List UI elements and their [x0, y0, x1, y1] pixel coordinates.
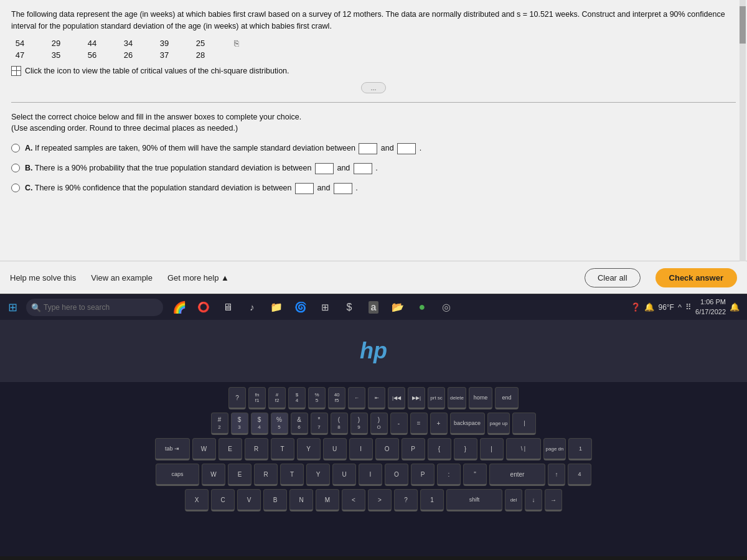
weather-display[interactable]: 96°F	[658, 303, 674, 312]
key-semicolon[interactable]: :	[437, 464, 461, 486]
key-f3[interactable]: $4	[288, 387, 306, 409]
key-del[interactable]: del	[505, 489, 522, 511]
key-j[interactable]: I	[359, 464, 382, 486]
key-9[interactable]: )9	[350, 413, 368, 435]
answer-box-a2[interactable]	[397, 143, 416, 154]
key-home[interactable]: home	[469, 387, 492, 409]
taskbar-app-monitor[interactable]: 🖥	[217, 296, 239, 319]
scrollbar-thumb[interactable]	[740, 6, 746, 44]
key-arrup[interactable]: ↑	[548, 464, 565, 486]
key-v[interactable]: N	[289, 489, 313, 511]
key-f[interactable]: T	[280, 464, 304, 486]
key-p[interactable]: {	[428, 438, 451, 460]
taskbar-app-edge[interactable]: 🌀	[289, 296, 312, 319]
answer-box-a1[interactable]	[359, 143, 377, 154]
key-period[interactable]: 1	[420, 489, 444, 511]
key-backslash[interactable]: \ |	[506, 438, 541, 460]
key-c[interactable]: B	[263, 489, 287, 511]
key-r2[interactable]: 1	[568, 438, 592, 460]
key-4[interactable]: $4	[251, 413, 268, 435]
key-a[interactable]: W	[202, 464, 225, 486]
scrollbar[interactable]	[740, 0, 746, 261]
key-f8[interactable]: |◀◀	[388, 387, 405, 409]
key-s[interactable]: E	[228, 464, 251, 486]
taskbar-app-circle[interactable]: ◎	[435, 296, 458, 319]
key-d[interactable]: R	[254, 464, 278, 486]
get-more-help-button[interactable]: Get more help ▲	[167, 273, 229, 282]
key-f5[interactable]: 40f5	[328, 387, 345, 409]
key-h[interactable]: U	[332, 464, 356, 486]
taskbar-app-green[interactable]: ●	[411, 296, 433, 319]
key-rbracket[interactable]: |	[480, 438, 504, 460]
chi-square-link-text[interactable]: Click the icon to view the table of crit…	[25, 67, 289, 75]
key-lbracket[interactable]: }	[454, 438, 477, 460]
key-esc[interactable]: ?	[228, 387, 246, 409]
radio-c[interactable]	[11, 184, 20, 192]
answer-box-c2[interactable]	[334, 183, 352, 194]
key-arrdn[interactable]: ↓	[525, 489, 542, 511]
key-end[interactable]: end	[495, 387, 519, 409]
key-t[interactable]: Y	[297, 438, 321, 460]
key-m[interactable]: >	[368, 489, 392, 511]
key-l[interactable]: P	[411, 464, 435, 486]
key-o[interactable]: P	[402, 438, 425, 460]
key-6[interactable]: &6	[291, 413, 308, 435]
key-tab[interactable]: tab ⇥	[155, 438, 190, 460]
key-backspace[interactable]: +	[430, 413, 448, 435]
radio-a[interactable]	[11, 144, 20, 152]
key-f6[interactable]: ←	[348, 387, 365, 409]
key-arrright[interactable]: →	[545, 489, 562, 511]
chevron-tray-icon[interactable]: ^	[678, 302, 682, 312]
check-answer-button[interactable]: Check answer	[655, 268, 737, 287]
notification-bell-icon[interactable]: 🔔	[730, 302, 740, 312]
radio-b[interactable]	[11, 164, 20, 172]
key-shift-l[interactable]: X	[185, 489, 209, 511]
key-q[interactable]: W	[192, 438, 216, 460]
view-example-button[interactable]: View an example	[91, 273, 153, 282]
key-quote[interactable]: "	[463, 464, 487, 486]
key-i[interactable]: O	[375, 438, 399, 460]
key-k[interactable]: O	[385, 464, 408, 486]
taskbar-app-a[interactable]: a	[362, 296, 385, 319]
key-plus[interactable]: =	[410, 413, 428, 435]
key-8[interactable]: (8	[331, 413, 348, 435]
key-f7[interactable]: ⇤	[368, 387, 385, 409]
answer-box-b2[interactable]	[354, 163, 372, 174]
key-w[interactable]: E	[218, 438, 242, 460]
question-tray-icon[interactable]: ❓	[631, 302, 641, 312]
taskbar-app-folder[interactable]: 📁	[265, 296, 288, 319]
key-5[interactable]: %5	[271, 413, 288, 435]
search-input[interactable]	[26, 299, 163, 316]
key-bs[interactable]: backspace	[450, 413, 485, 435]
key-caps[interactable]: caps	[156, 464, 199, 486]
key-f2[interactable]: #f2	[268, 387, 286, 409]
key-u[interactable]: I	[349, 438, 373, 460]
answer-box-c1[interactable]	[295, 183, 314, 194]
taskbar-app-music[interactable]: ♪	[241, 296, 263, 319]
key-pagedn[interactable]: page dn	[543, 438, 566, 460]
clear-all-button[interactable]: Clear all	[585, 268, 641, 287]
time-display[interactable]: 1:06 PM 6/17/2022	[695, 297, 726, 317]
key-g[interactable]: Y	[306, 464, 330, 486]
key-r[interactable]: T	[271, 438, 294, 460]
key-minus[interactable]: -	[390, 413, 408, 435]
taskbar-app-colorful[interactable]: 🌈	[168, 296, 190, 319]
key-f1[interactable]: fnf1	[248, 387, 266, 409]
key-y[interactable]: U	[323, 438, 347, 460]
key-x[interactable]: V	[237, 489, 261, 511]
chi-square-link[interactable]: Click the icon to view the table of crit…	[11, 66, 736, 76]
taskbar-app-dollar[interactable]: $	[338, 296, 360, 319]
key-7[interactable]: *7	[311, 413, 328, 435]
notification-icon[interactable]: 🔔	[644, 302, 654, 312]
taskbar-app-folder2[interactable]: 📂	[387, 296, 409, 319]
key-e[interactable]: R	[245, 438, 268, 460]
key-z[interactable]: C	[211, 489, 235, 511]
key-shift-r[interactable]: shift	[446, 489, 502, 511]
copy-icon[interactable]: ⎘	[228, 39, 245, 48]
key-f11[interactable]: delete	[448, 387, 466, 409]
taskbar-circle-button[interactable]: ⭕	[192, 296, 215, 319]
key-3[interactable]: $3	[231, 413, 248, 435]
answer-box-b1[interactable]	[315, 163, 334, 174]
key-comma[interactable]: ?	[394, 489, 418, 511]
key-f10[interactable]: prt sc	[428, 387, 445, 409]
